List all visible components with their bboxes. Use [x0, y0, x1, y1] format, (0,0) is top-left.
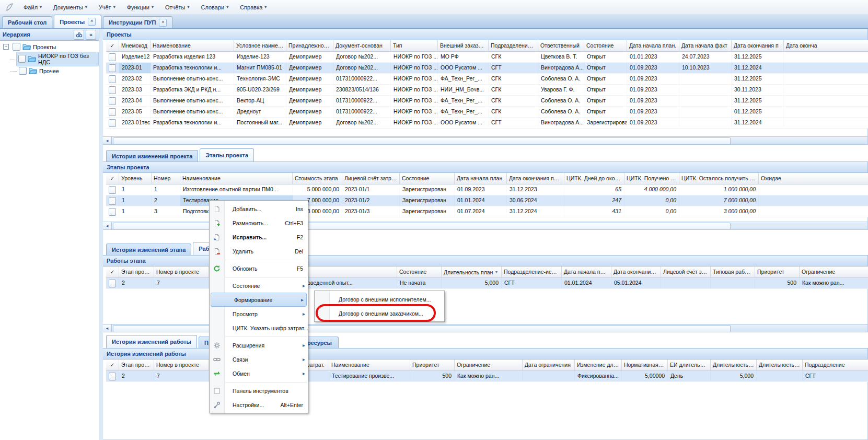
column-header[interactable]: ЦИТК. Дней до окончания [564, 173, 624, 184]
select-all-header[interactable]: ✓ [106, 267, 119, 278]
column-header[interactable]: Этап проекта [119, 360, 154, 371]
tree-collapse-icon[interactable]: − [3, 44, 9, 50]
column-header[interactable]: Подразделение-исполнитель.. [502, 267, 562, 278]
context-menu-item[interactable]: Расширения▸ [210, 338, 308, 352]
column-header[interactable]: Номер в проекте [154, 360, 209, 371]
column-header[interactable]: Длительность фак [757, 360, 803, 371]
context-menu-item[interactable]: Просмотр▸ [210, 307, 308, 321]
column-header[interactable]: Номер в проекте [154, 267, 209, 278]
row-checkbox[interactable] [109, 53, 116, 61]
column-header[interactable]: Приоритет [755, 267, 800, 278]
column-header[interactable]: ЕИ длительности [668, 360, 711, 371]
column-header[interactable]: Состояние [400, 173, 455, 184]
column-header[interactable]: Дата начала план. [627, 40, 679, 52]
menubar-item-справка[interactable]: Справка▾ [234, 1, 272, 14]
row-checkbox[interactable] [109, 197, 116, 205]
column-header[interactable]: Ограничение [800, 267, 868, 278]
column-header[interactable]: Изменение длител [575, 360, 622, 371]
column-header[interactable]: Подразделение [803, 360, 868, 371]
table-row[interactable]: Изделие123Разработка изделия 123Изделие-… [106, 52, 868, 63]
column-header[interactable]: Лицевой счёт затр [661, 267, 711, 278]
column-header[interactable]: Дата начала план [455, 173, 507, 184]
row-checkbox[interactable] [109, 280, 116, 287]
find-button[interactable] [74, 30, 84, 40]
column-header[interactable]: Документ-основан [333, 40, 391, 52]
tree-item[interactable]: Прочее [0, 65, 99, 77]
scroll-thumb[interactable] [113, 223, 731, 230]
column-header[interactable]: Дата ограничения [523, 360, 575, 371]
row-checkbox[interactable] [109, 75, 116, 83]
context-menu-item[interactable]: Размножить...Ctrl+F3 [210, 216, 308, 230]
tree-item[interactable]: −Проекты [0, 41, 99, 53]
table-row[interactable]: 2023-02Выполнение опытно-конс...Технолог… [106, 74, 868, 85]
menubar-item-словари[interactable]: Словари▾ [195, 1, 234, 14]
column-header[interactable]: Тип [391, 40, 438, 52]
column-header[interactable]: Внешний заказчик [438, 40, 489, 52]
panel-splitter[interactable] [99, 29, 103, 440]
table-row[interactable]: 2023-03Разработка ЭКД и РКД н...905-U020… [106, 85, 868, 96]
table-row[interactable]: 11Изготовление опытной партии ПМ0...5 00… [106, 184, 868, 195]
context-menu-item[interactable]: ОбновитьF5 [210, 261, 308, 275]
scroll-left-icon[interactable]: ◂ [103, 222, 112, 229]
table-row[interactable]: 2023-04Выполнение опытно-конс...Вектор-А… [106, 96, 868, 107]
column-header[interactable]: Приоритет [410, 360, 455, 371]
column-header[interactable]: Стоимость этапа [293, 173, 342, 184]
column-header[interactable]: Лицевой счёт затрат. [342, 173, 400, 184]
context-menu-item[interactable]: Связи▸ [210, 352, 308, 366]
row-checkbox[interactable] [109, 97, 116, 105]
close-tab-icon[interactable]: × [88, 18, 96, 26]
context-menu-item[interactable]: УдалитьDel [210, 244, 308, 258]
context-menu-item[interactable]: Добавить...Ins [210, 202, 308, 216]
select-all-header[interactable]: ✓ [106, 360, 119, 371]
scroll-left-icon[interactable]: ◂ [103, 325, 112, 332]
table-row[interactable]: 2023-01Разработка технологии и...Магнит … [106, 63, 868, 74]
column-header[interactable]: Ограничение [455, 360, 523, 371]
column-header[interactable]: ЦИТК. Осталось получить д/с [679, 173, 759, 184]
context-menu-item[interactable]: Обмен▸ [210, 366, 308, 380]
menubar-item-отчёты[interactable]: Отчёты▾ [159, 1, 195, 14]
column-header[interactable]: Наименование [180, 173, 293, 184]
row-checkbox[interactable] [109, 64, 116, 72]
detail-tab[interactable]: История изменений проекта [106, 150, 198, 161]
column-header[interactable]: Дата оконча [784, 40, 868, 52]
column-header[interactable]: Наименование [329, 360, 410, 371]
select-all-header[interactable]: ✓ [106, 40, 119, 52]
context-menu-item[interactable]: Панель инструментов [210, 384, 308, 398]
row-checkbox[interactable] [109, 108, 116, 116]
tree-checkbox[interactable] [18, 55, 26, 63]
menubar-item-документы[interactable]: Документы▾ [48, 1, 93, 14]
context-menu-item[interactable]: Настройки...Alt+Enter [210, 398, 308, 412]
column-header[interactable]: Дата окончания план [507, 173, 564, 184]
column-header[interactable]: Подразделение-от [489, 40, 538, 52]
column-header[interactable]: ЦИТК. Получено д/с [624, 173, 679, 184]
workspace-tab[interactable]: Проекты× [54, 15, 101, 28]
column-header[interactable]: Длительность план▼ [442, 267, 502, 278]
row-checkbox[interactable] [109, 86, 116, 94]
column-header[interactable]: Мнемокод [119, 40, 151, 52]
row-checkbox[interactable] [109, 208, 116, 216]
column-header[interactable]: Ответственный [538, 40, 584, 52]
tree-checkbox[interactable] [19, 67, 27, 75]
scroll-thumb[interactable] [113, 137, 731, 145]
column-header[interactable]: Уровень [119, 173, 152, 184]
column-header[interactable]: Наименование [151, 40, 234, 52]
column-header[interactable]: Дата окончания п [732, 40, 784, 52]
projects-hscrollbar[interactable]: ◂ [103, 136, 868, 145]
menubar-item-функции[interactable]: Функции▾ [121, 1, 159, 14]
column-header[interactable]: Номер [152, 173, 180, 184]
table-row[interactable]: 2023-05Выполнение опытно-конс...Дредноут… [106, 107, 868, 118]
context-menu-item[interactable]: Состояние▸ [210, 279, 308, 293]
detail-tab[interactable]: Этапы проекта [200, 148, 254, 161]
workspace-tab[interactable]: Инструкции ПУП× [103, 16, 172, 28]
row-checkbox[interactable] [109, 186, 116, 194]
row-checkbox[interactable] [109, 119, 116, 127]
tree-checkbox[interactable] [13, 43, 20, 51]
column-header[interactable]: Нормативная длит [622, 360, 668, 371]
select-all-header[interactable]: ✓ [106, 173, 119, 184]
column-header[interactable]: Условное наименова [234, 40, 286, 52]
detail-tab[interactable]: История изменений работы [106, 335, 197, 348]
detail-tab[interactable]: История изменений этапа [106, 244, 191, 255]
column-header[interactable]: Длительность пла [711, 360, 757, 371]
column-header[interactable]: Ожидае [759, 173, 868, 184]
column-header[interactable]: Принадлежность [286, 40, 333, 52]
